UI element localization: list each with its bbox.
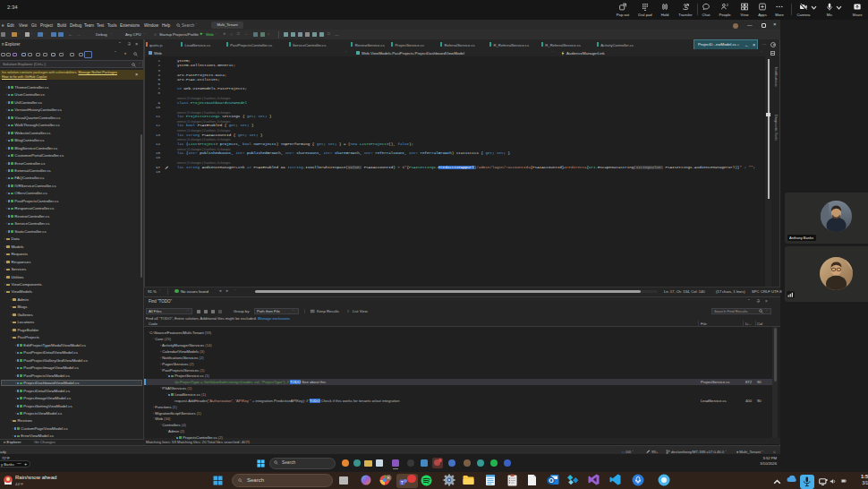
svg-text:T: T <box>401 480 404 485</box>
svg-text:2: 2 <box>727 3 728 7</box>
svg-text:O: O <box>549 477 554 484</box>
